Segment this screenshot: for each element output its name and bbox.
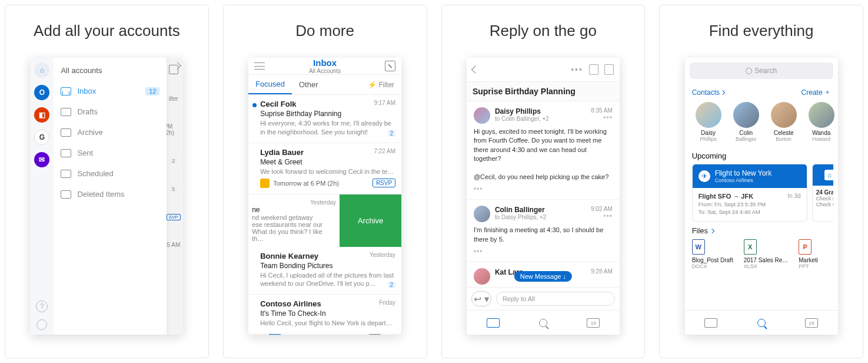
unread-dot-icon <box>252 103 257 107</box>
message-row[interactable]: Contoso Airlines It's Time To Check-In H… <box>248 295 401 334</box>
mail-tab-icon[interactable] <box>704 318 717 328</box>
help-icon[interactable]: ? <box>36 301 48 312</box>
tab-other[interactable]: Other <box>292 75 325 94</box>
bg-badge: 2 <box>169 157 177 164</box>
bg-am: 5 AM <box>167 242 180 248</box>
panel-heading: Find everything <box>709 22 814 40</box>
archive-icon[interactable] <box>604 64 614 75</box>
phone-conversation: ••• Suprise Birthday Planning Daisy Phil… <box>467 58 620 335</box>
hotel-icon: ⌂ <box>824 170 833 180</box>
mail-tab-icon[interactable] <box>268 334 281 335</box>
message-row[interactable]: Cecil Folk Suprise Birthday Planning Hi … <box>248 95 401 143</box>
new-message-pill[interactable]: New Message ↓ <box>514 271 572 282</box>
folder-scheduled[interactable]: Scheduled <box>54 163 167 184</box>
panel-search: Find everything Search Contacts Create ＋… <box>659 5 863 358</box>
conv-message[interactable]: Colin Ballinger to Daisy Phillips, +2 9:… <box>467 200 620 262</box>
contact-item[interactable]: WandaHoward <box>805 102 838 142</box>
calendar-tab-icon[interactable] <box>587 318 600 328</box>
message-row[interactable]: Lydia Bauer Meet & Greet We look forward… <box>248 143 401 194</box>
contact-item[interactable]: ColinBallinger <box>730 102 763 142</box>
google-account-icon[interactable]: G <box>34 130 49 145</box>
back-icon[interactable] <box>471 65 480 74</box>
compose-icon[interactable] <box>385 61 395 71</box>
chevron-right-icon <box>710 228 714 233</box>
upcoming-card[interactable]: ⌂ 24 Gra Check I Check O <box>812 164 833 222</box>
outlook-account-icon[interactable]: O <box>34 85 49 100</box>
inbox-title: Inbox All Accounts <box>309 58 341 74</box>
sent-icon <box>61 149 71 157</box>
more-icon[interactable]: ••• <box>571 65 583 74</box>
calendar-tab-icon[interactable] <box>368 334 381 335</box>
files-link[interactable]: Files <box>692 226 714 235</box>
file-item[interactable]: WBlog_Post DraftDOCX <box>692 239 733 269</box>
plane-icon: ✈ <box>699 170 710 182</box>
rsvp-button[interactable]: RSVP <box>373 179 395 187</box>
settings-icon[interactable] <box>36 319 47 330</box>
accounts-title: All accounts <box>54 64 167 81</box>
avatar <box>733 102 759 128</box>
word-file-icon: W <box>692 239 705 255</box>
panel-heading: Reply on the go <box>490 22 597 40</box>
office-account-icon[interactable]: ◧ <box>34 107 49 123</box>
folder-archive[interactable]: Archive <box>54 122 167 143</box>
search-field[interactable]: Search <box>690 62 833 79</box>
conversation-subject: Suprise Birthday Planning <box>467 81 620 101</box>
more-icon[interactable]: ••• <box>591 114 613 122</box>
compose-icon[interactable] <box>169 65 178 74</box>
folder-label: Inbox <box>77 87 96 95</box>
inbox-icon <box>61 87 71 95</box>
inbox-topbar: Inbox All Accounts <box>248 58 401 75</box>
inbox-tabs: Focused Other ⚡ Filter <box>248 75 401 95</box>
panel-inbox: Do more Inbox All Accounts Focused Other… <box>223 5 427 358</box>
scheduled-icon <box>61 170 71 178</box>
folder-label: Sent <box>77 148 93 157</box>
create-link[interactable]: Create ＋ <box>802 87 831 97</box>
contact-item[interactable]: DaisyPhillips <box>692 102 725 142</box>
home-icon[interactable]: ⌂ <box>34 62 49 78</box>
bg-rsvp: SVP <box>167 214 181 220</box>
menu-icon[interactable] <box>254 62 265 70</box>
search-icon <box>746 68 752 74</box>
expand-icon[interactable]: ••• <box>474 185 613 193</box>
phone-inbox: Inbox All Accounts Focused Other ⚡ Filte… <box>248 58 401 335</box>
drawer: ⌂ O ◧ G ✉ ? All accounts Inbox 12 <box>30 58 167 335</box>
calendar-tab-icon[interactable] <box>805 318 818 328</box>
panel-accounts: Add all your accounts ilter PM (2h) 2 5 … <box>5 5 209 358</box>
bottom-nav <box>248 334 401 335</box>
folder-sent[interactable]: Sent <box>54 143 167 163</box>
tab-focused[interactable]: Focused <box>248 75 292 94</box>
mail-tab-icon[interactable] <box>487 318 500 328</box>
folder-inbox[interactable]: Inbox 12 <box>54 81 167 101</box>
contacts-header: Contacts Create ＋ <box>685 84 838 98</box>
contact-item[interactable]: CelesteBurton <box>767 102 800 142</box>
expand-icon[interactable]: ••• <box>474 248 613 256</box>
event-row: Tomorrow at 6 PM (2h) RSVP <box>260 179 395 188</box>
filter-button[interactable]: ⚡ Filter <box>361 76 401 94</box>
account-rail: ⌂ O ◧ G ✉ ? <box>30 58 54 335</box>
avatar <box>474 206 490 222</box>
search-tab-icon[interactable] <box>539 319 547 327</box>
panel-reply: Reply on the go ••• Suprise Birthday Pla… <box>441 5 646 358</box>
calendar-icon <box>260 179 270 188</box>
file-item[interactable]: PMarketiPPT <box>799 239 830 269</box>
upcoming-label: Upcoming <box>692 151 833 160</box>
yahoo-account-icon[interactable]: ✉ <box>34 152 49 167</box>
archive-action[interactable]: Archive <box>340 194 401 247</box>
contacts-link[interactable]: Contacts <box>692 87 724 97</box>
trash-icon[interactable] <box>589 64 598 75</box>
folder-drafts[interactable]: Drafts <box>54 101 167 122</box>
swipe-row[interactable]: Yesterday ne nd weekend getaway ese rest… <box>248 194 401 247</box>
file-item[interactable]: X2017 Sales Re…XLSX <box>744 239 789 269</box>
conv-message[interactable]: Daisy Phillips to Colin Ballinger, +2 8:… <box>467 101 620 200</box>
folder-deleted[interactable]: Deleted Items <box>54 184 167 204</box>
archive-icon <box>61 128 71 137</box>
reply-button[interactable]: ↩ ▾ <box>471 291 491 306</box>
trash-icon <box>61 190 71 199</box>
panel-heading: Do more <box>295 22 354 40</box>
search-tab-icon[interactable] <box>757 319 766 327</box>
phone-search: Search Contacts Create ＋ DaisyPhillips C… <box>685 58 838 335</box>
reply-input[interactable]: Reply to All <box>496 292 615 306</box>
message-row[interactable]: Bonnie Kearney Team Bonding Pictures Hi … <box>248 247 401 295</box>
more-icon[interactable]: ••• <box>591 212 613 220</box>
upcoming-card[interactable]: ✈ Flight to New York Contoso Airlines Fl… <box>692 164 807 222</box>
